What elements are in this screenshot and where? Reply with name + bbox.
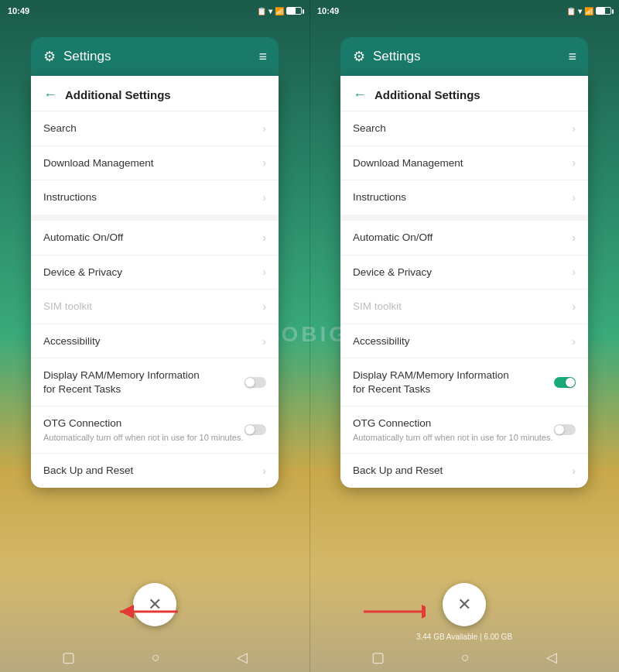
left-backup-chevron: › <box>262 465 266 477</box>
left-instructions-label: Instructions <box>43 190 262 204</box>
left-accessibility-chevron: › <box>262 335 266 348</box>
left-ram-toggle[interactable] <box>245 377 266 388</box>
left-instructions-item[interactable]: Instructions › <box>31 180 279 214</box>
left-download-item[interactable]: Download Management › <box>31 146 279 181</box>
left-accessibility-label: Accessibility <box>43 334 262 348</box>
battery-icon-left <box>286 7 302 15</box>
right-accessibility-label: Accessibility <box>353 334 572 348</box>
right-additional-settings-title: Additional Settings <box>374 88 480 101</box>
left-nav-circle[interactable]: ○ <box>152 650 160 666</box>
right-nav-square[interactable]: ▢ <box>371 649 385 666</box>
right-gear-icon: ⚙ <box>353 48 365 65</box>
left-nav: ▢ ○ ◁ <box>0 643 310 672</box>
right-privacy-item[interactable]: Device & Privacy › <box>340 255 588 290</box>
left-ram-label: Display RAM/Memory Informationfor Recent… <box>43 369 245 396</box>
status-bar-left: 10:49 📋 ▾ 📶 <box>0 0 310 22</box>
left-header-title: Settings <box>63 49 251 64</box>
right-search-label: Search <box>353 122 572 135</box>
time-left: 10:49 <box>8 6 29 15</box>
status-icons-right: 📋 ▾ 📶 <box>566 7 611 15</box>
right-close-button[interactable]: ✕ <box>443 583 486 626</box>
right-nav: ▢ ○ ◁ <box>310 643 619 672</box>
left-simtoolkit-chevron: › <box>262 300 266 313</box>
right-autoonoff-item[interactable]: Automatic On/Off › <box>340 221 588 255</box>
right-ram-item[interactable]: Display RAM/Memory Informationfor Recent… <box>340 358 588 406</box>
left-app-header: ⚙ Settings ≡ <box>31 37 279 76</box>
right-back-arrow[interactable]: ← <box>353 87 367 103</box>
right-group-2: Automatic On/Off › Device & Privacy › SI… <box>340 221 588 488</box>
right-ram-label: Display RAM/Memory Informationfor Recent… <box>353 369 554 396</box>
right-simtoolkit-item: SIM toolkit › <box>340 290 588 324</box>
left-simtoolkit-item: SIM toolkit › <box>31 290 279 324</box>
left-gear-icon: ⚙ <box>43 48 56 65</box>
right-menu-icon[interactable]: ≡ <box>568 49 576 65</box>
left-privacy-item[interactable]: Device & Privacy › <box>31 255 279 290</box>
left-otg-sublabel: Automatically turn off when not in use f… <box>43 432 245 443</box>
right-download-item[interactable]: Download Management › <box>340 146 588 181</box>
right-simtoolkit-chevron: › <box>572 300 576 313</box>
signal-icon-r: 📶 <box>584 7 593 15</box>
right-header-title: Settings <box>373 49 560 64</box>
right-search-chevron: › <box>572 122 576 135</box>
right-accessibility-chevron: › <box>572 335 576 348</box>
notification-icon: 📋 <box>257 7 266 15</box>
wifi-icon: ▾ <box>268 7 272 15</box>
right-backup-chevron: › <box>572 465 576 477</box>
left-menu-icon[interactable]: ≡ <box>258 49 266 65</box>
left-additional-settings-title: Additional Settings <box>65 88 171 101</box>
right-nav-circle[interactable]: ○ <box>461 650 470 666</box>
right-autoonoff-chevron: › <box>572 231 576 244</box>
status-bar: 10:49 📋 ▾ 📶 10:49 📋 ▾ 📶 <box>0 0 619 22</box>
right-red-arrow <box>356 604 426 619</box>
left-search-label: Search <box>43 122 262 135</box>
left-simtoolkit-label: SIM toolkit <box>43 300 262 314</box>
left-search-item[interactable]: Search › <box>31 111 279 146</box>
left-otg-item[interactable]: OTG Connection Automatically turn off wh… <box>31 406 279 454</box>
right-nav-back[interactable]: ◁ <box>546 649 557 666</box>
right-instructions-item[interactable]: Instructions › <box>340 180 588 214</box>
right-app-header: ⚙ Settings ≡ <box>340 37 588 76</box>
left-settings-card: ← Additional Settings Search › Download … <box>31 76 279 488</box>
left-ram-item[interactable]: Display RAM/Memory Informationfor Recent… <box>31 358 279 406</box>
right-search-item[interactable]: Search › <box>340 111 588 146</box>
left-autoonoff-label: Automatic On/Off <box>43 231 262 245</box>
right-privacy-chevron: › <box>572 266 576 278</box>
left-privacy-label: Device & Privacy <box>43 266 262 279</box>
right-otg-item[interactable]: OTG Connection Automatically turn off wh… <box>340 406 588 454</box>
left-red-arrow <box>116 604 186 619</box>
left-accessibility-item[interactable]: Accessibility › <box>31 324 279 359</box>
right-panel: ⚙ Settings ≡ ← Additional Settings Searc… <box>310 22 619 672</box>
left-otg-toggle[interactable] <box>245 424 266 435</box>
right-back-header: ← Additional Settings <box>340 76 588 111</box>
right-backup-item[interactable]: Back Up and Reset › <box>340 454 588 488</box>
right-ram-toggle[interactable] <box>554 377 576 388</box>
right-privacy-label: Device & Privacy <box>353 266 572 279</box>
battery-icon-right <box>596 7 611 15</box>
left-nav-square[interactable]: ▢ <box>62 649 75 666</box>
time-right: 10:49 <box>317 6 339 15</box>
status-icons-left: 📋 ▾ 📶 <box>257 7 302 15</box>
signal-icon: 📶 <box>275 7 284 15</box>
left-search-chevron: › <box>262 122 266 135</box>
left-backup-label: Back Up and Reset <box>43 464 262 478</box>
wifi-icon-r: ▾ <box>578 7 582 15</box>
right-instructions-label: Instructions <box>353 190 572 204</box>
right-otg-sublabel: Automatically turn off when not in use f… <box>353 432 554 443</box>
left-backup-item[interactable]: Back Up and Reset › <box>31 454 279 488</box>
right-instructions-chevron: › <box>572 191 576 204</box>
left-autoonoff-item[interactable]: Automatic On/Off › <box>31 221 279 255</box>
right-autoonoff-label: Automatic On/Off <box>353 231 572 245</box>
left-panel: ⚙ Settings ≡ ← Additional Settings Searc… <box>0 22 310 672</box>
left-download-chevron: › <box>262 156 266 169</box>
left-back-arrow[interactable]: ← <box>43 87 57 103</box>
right-accessibility-item[interactable]: Accessibility › <box>340 324 588 359</box>
left-nav-back[interactable]: ◁ <box>237 649 248 666</box>
right-otg-toggle[interactable] <box>554 424 576 435</box>
right-group-1: Search › Download Management › Instructi… <box>340 111 588 221</box>
notification-icon-r: 📋 <box>566 7 576 15</box>
bottom-area: ✕ ✕ 3.44 GB Available | 6.00 GB <box>0 583 619 641</box>
left-instructions-chevron: › <box>262 191 266 204</box>
status-bar-right: 10:49 📋 ▾ 📶 <box>310 0 619 22</box>
right-download-label: Download Management <box>353 156 572 170</box>
left-group-2: Automatic On/Off › Device & Privacy › SI… <box>31 221 279 488</box>
